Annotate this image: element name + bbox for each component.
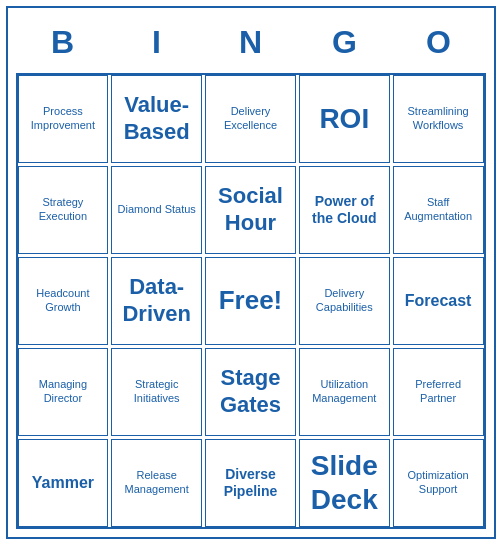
- cell-3[interactable]: ROI: [299, 75, 390, 163]
- bingo-grid: Process Improvement Value-Based Delivery…: [16, 73, 486, 529]
- cell-4[interactable]: Streamlining Workflows: [393, 75, 484, 163]
- cell-19[interactable]: Preferred Partner: [393, 348, 484, 436]
- cell-0[interactable]: Process Improvement: [18, 75, 109, 163]
- bingo-card: B I N G O Process Improvement Value-Base…: [6, 6, 496, 539]
- cell-11[interactable]: Data-Driven: [111, 257, 202, 345]
- cell-16[interactable]: Strategic Initiatives: [111, 348, 202, 436]
- cell-1[interactable]: Value-Based: [111, 75, 202, 163]
- cell-7[interactable]: Social Hour: [205, 166, 296, 254]
- header-n: N: [207, 24, 295, 61]
- header-o: O: [395, 24, 483, 61]
- cell-22[interactable]: Diverse Pipeline: [205, 439, 296, 527]
- cell-13[interactable]: Delivery Capabilities: [299, 257, 390, 345]
- cell-20[interactable]: Yammer: [18, 439, 109, 527]
- cell-15[interactable]: Managing Director: [18, 348, 109, 436]
- cell-23[interactable]: Slide Deck: [299, 439, 390, 527]
- cell-10[interactable]: Headcount Growth: [18, 257, 109, 345]
- cell-6[interactable]: Diamond Status: [111, 166, 202, 254]
- cell-17[interactable]: Stage Gates: [205, 348, 296, 436]
- cell-5[interactable]: Strategy Execution: [18, 166, 109, 254]
- cell-18[interactable]: Utilization Management: [299, 348, 390, 436]
- cell-12-free[interactable]: Free!: [205, 257, 296, 345]
- header-i: I: [113, 24, 201, 61]
- cell-9[interactable]: Staff Augmentation: [393, 166, 484, 254]
- bingo-header: B I N G O: [16, 16, 486, 69]
- cell-24[interactable]: Optimization Support: [393, 439, 484, 527]
- cell-21[interactable]: Release Management: [111, 439, 202, 527]
- cell-2[interactable]: Delivery Excellence: [205, 75, 296, 163]
- cell-8[interactable]: Power of the Cloud: [299, 166, 390, 254]
- header-b: B: [19, 24, 107, 61]
- header-g: G: [301, 24, 389, 61]
- cell-14[interactable]: Forecast: [393, 257, 484, 345]
